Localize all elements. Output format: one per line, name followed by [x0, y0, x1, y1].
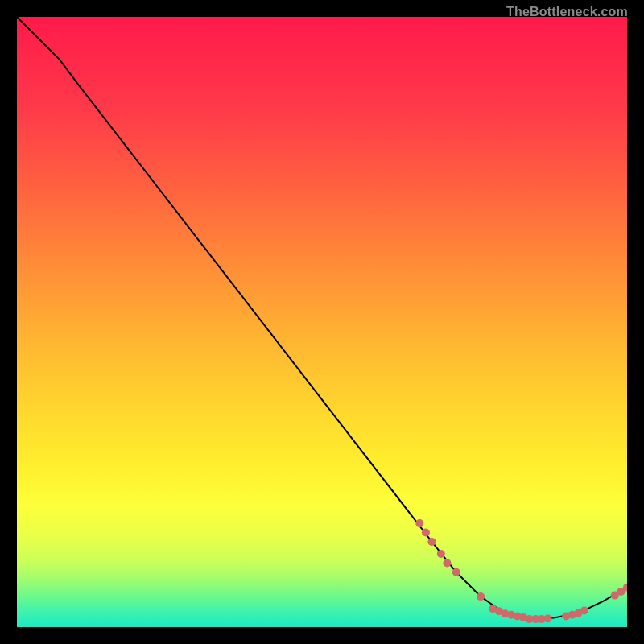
data-point — [415, 519, 423, 527]
plot-area — [17, 17, 627, 627]
data-point — [544, 614, 552, 622]
data-point — [452, 568, 460, 576]
data-point — [437, 550, 445, 558]
data-point — [580, 607, 588, 615]
curve-markers — [415, 519, 627, 623]
data-point — [477, 592, 485, 601]
chart-container: TheBottleneck.com — [0, 0, 644, 644]
data-point — [422, 529, 430, 537]
curve-line — [17, 17, 627, 619]
data-point — [443, 559, 451, 567]
bottleneck-curve — [17, 17, 627, 627]
watermark-text: TheBottleneck.com — [506, 5, 628, 19]
data-point — [427, 538, 436, 546]
